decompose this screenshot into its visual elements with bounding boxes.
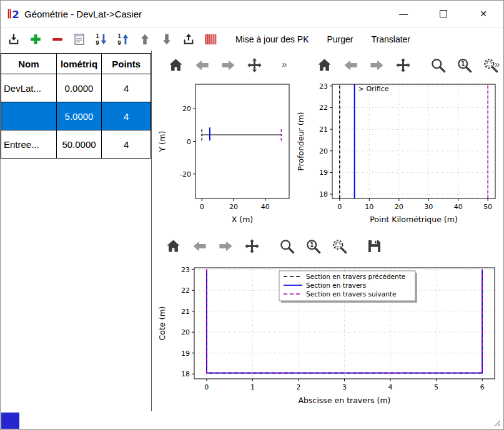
plan-view-chart[interactable]: 02040-20020X (m)Y (m): [157, 79, 294, 227]
home-icon: [167, 57, 184, 74]
nav-back-button[interactable]: [190, 54, 213, 76]
maximize-button[interactable]: [423, 1, 463, 27]
svg-text:18: 18: [181, 370, 190, 378]
nav-back-button[interactable]: [339, 54, 362, 76]
forward-icon: [220, 57, 237, 74]
pk-marks-button[interactable]: [201, 30, 220, 49]
save-button[interactable]: [363, 235, 385, 257]
svg-text:0: 0: [337, 203, 342, 211]
sections-panel: Nom lométriq Points DevLat... 0.0000 4 5…: [1, 51, 152, 411]
zoom-1-icon: [456, 57, 473, 74]
profile-view-chart[interactable]: 01020304050181920212223> OrificePoint Ki…: [295, 79, 503, 227]
toolbar-overflow-chevron[interactable]: »: [282, 59, 287, 69]
import-button[interactable]: [4, 30, 23, 49]
remove-icon: [51, 32, 64, 46]
nav-pan-button[interactable]: [240, 235, 263, 257]
svg-text:18: 18: [319, 190, 328, 198]
back-icon: [342, 57, 359, 74]
svg-text:23: 23: [181, 266, 190, 274]
pan-icon: [395, 57, 412, 74]
resize-grip-icon[interactable]: [492, 418, 501, 427]
svg-text:Point Kilométrique (m): Point Kilométrique (m): [370, 215, 458, 224]
main-toolbar: Mise à jour des PK Purger Translater: [1, 27, 503, 51]
cell-nom[interactable]: Entree...: [1, 130, 57, 159]
nav-home-button[interactable]: [164, 54, 187, 76]
move-down-button[interactable]: [157, 30, 176, 49]
profile-toolbar: [313, 54, 502, 76]
status-bar: [1, 411, 503, 429]
cell-points[interactable]: 4: [102, 130, 151, 159]
nav-forward-button[interactable]: [217, 54, 239, 76]
move-up-button[interactable]: [136, 30, 154, 49]
translate-button[interactable]: Translater: [364, 32, 418, 47]
zoom-selection-button[interactable]: [328, 235, 350, 257]
nav-forward-button[interactable]: [214, 235, 237, 257]
nav-pan-button[interactable]: [243, 54, 265, 76]
minimize-button[interactable]: —: [383, 1, 423, 27]
svg-text:0: 0: [200, 203, 204, 211]
cell-points[interactable]: 4: [102, 102, 151, 130]
svg-text:20: 20: [229, 203, 238, 211]
cell-pk[interactable]: 0.0000: [56, 74, 102, 102]
plan-toolbar: [164, 54, 265, 76]
zoom-1-button[interactable]: [453, 54, 475, 76]
purge-button[interactable]: Purger: [320, 32, 361, 47]
zoom-button[interactable]: [427, 54, 449, 76]
zoom-1-button[interactable]: [302, 235, 324, 257]
save-icon: [366, 238, 383, 255]
export-button[interactable]: [179, 30, 198, 49]
sort-ascending-button[interactable]: [114, 30, 132, 49]
cell-nom[interactable]: DevLat...: [1, 74, 57, 102]
table-row[interactable]: DevLat... 0.0000 4: [1, 74, 151, 102]
toolbar-overflow-chevron[interactable]: »: [495, 59, 500, 69]
zoom-1-icon: [305, 238, 322, 255]
svg-text:1: 1: [250, 383, 255, 391]
svg-text:21: 21: [181, 308, 190, 316]
column-header-pk[interactable]: lométriq: [56, 54, 102, 74]
main-content: Nom lométriq Points DevLat... 0.0000 4 5…: [1, 51, 503, 411]
zoom-button[interactable]: [275, 235, 298, 257]
table-row-selected[interactable]: 5.0000 4: [1, 102, 151, 130]
svg-text:> Orifice: > Orifice: [358, 85, 389, 93]
nav-forward-button[interactable]: [365, 54, 388, 76]
svg-text:10: 10: [365, 203, 373, 211]
svg-text:22: 22: [319, 104, 328, 112]
nav-home-button[interactable]: [162, 235, 184, 257]
add-button[interactable]: [26, 30, 45, 49]
plots-area: » » 02040-20020X (m)Y (m) 01020304050181…: [152, 51, 503, 411]
column-header-points[interactable]: Points: [102, 54, 151, 74]
nav-pan-button[interactable]: [392, 54, 414, 76]
cell-pk[interactable]: 5.0000: [56, 102, 102, 130]
table-row[interactable]: Entree... 50.0000 4: [1, 130, 151, 159]
move-down-icon: [160, 32, 174, 46]
nav-back-button[interactable]: [188, 235, 210, 257]
sort-descending-icon: [94, 32, 108, 46]
nav-home-button[interactable]: [313, 54, 335, 76]
column-header-nom[interactable]: Nom: [1, 54, 57, 74]
svg-text:5: 5: [434, 383, 438, 391]
svg-text:4: 4: [388, 383, 393, 391]
cell-nom[interactable]: [1, 102, 57, 130]
forward-icon: [368, 57, 385, 74]
export-icon: [182, 32, 195, 46]
update-pk-button[interactable]: Mise à jour des PK: [228, 32, 317, 47]
sections-table: Nom lométriq Points DevLat... 0.0000 4 5…: [1, 53, 151, 159]
remove-button[interactable]: [48, 30, 67, 49]
window-title: Géométrie - DevLat->Casier: [24, 9, 142, 19]
sort-descending-button[interactable]: [92, 30, 111, 49]
svg-text:0: 0: [204, 383, 209, 391]
zoom-icon: [430, 57, 447, 74]
move-up-icon: [138, 32, 152, 46]
svg-text:21: 21: [319, 125, 328, 134]
edit-button[interactable]: [70, 30, 89, 49]
cell-points[interactable]: 4: [102, 74, 151, 102]
cross-section-chart[interactable]: 0123456181920212223Abscisse en travers (…: [157, 263, 499, 408]
geometry-window: Géométrie - DevLat->Casier — ✕ Mise à jo…: [0, 0, 504, 430]
svg-text:Abscisse en travers (m): Abscisse en travers (m): [299, 396, 391, 405]
zoom-icon: [279, 238, 295, 255]
cell-pk[interactable]: 50.0000: [56, 130, 102, 159]
close-button[interactable]: ✕: [463, 1, 503, 27]
forward-icon: [217, 238, 234, 255]
svg-text:Y (m): Y (m): [157, 131, 167, 153]
zoom-selection-icon: [331, 238, 348, 255]
